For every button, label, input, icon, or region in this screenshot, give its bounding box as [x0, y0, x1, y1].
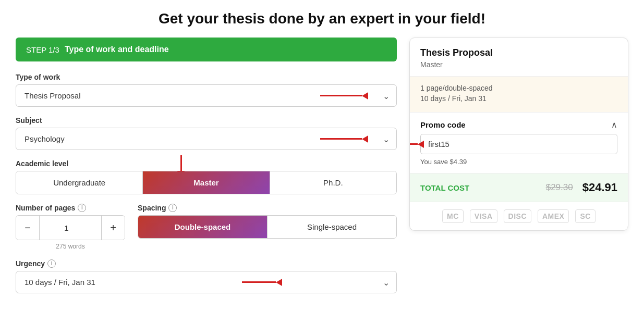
academic-phd-button[interactable]: Ph.D. [270, 171, 396, 194]
spacing-single-button[interactable]: Single-spaced [268, 216, 396, 238]
spacing-double-button[interactable]: Double-spaced [138, 216, 268, 238]
pages-label: Number of pages i [16, 204, 125, 212]
spacing-buttons: Double-spaced Single-spaced [138, 215, 397, 239]
subject-group: Subject Psychology ⌄ [16, 116, 397, 150]
academic-level-label: Academic level [16, 159, 397, 168]
old-price: $29.30 [546, 182, 573, 193]
promo-header: Promo code ∧ [420, 120, 617, 130]
step-number: STEP 1/3 [26, 45, 59, 54]
sc-icon: SC [575, 209, 595, 223]
urgency-select-wrapper: 10 days / Fri, Jan 31 ⌄ [16, 271, 397, 293]
subject-select-wrapper: Psychology ⌄ [16, 128, 397, 150]
new-price: $24.91 [582, 181, 617, 194]
pages-input[interactable] [39, 216, 102, 240]
amex-icon: AMEX [538, 209, 569, 223]
total-label: TOTAL COST [420, 183, 541, 192]
summary-subtitle: Master [420, 60, 617, 69]
pages-decrement-button[interactable]: − [16, 216, 39, 240]
urgency-label: Urgency i [16, 259, 397, 268]
urgency-info-icon[interactable]: i [47, 259, 56, 268]
step-label: Type of work and deadline [65, 45, 169, 54]
pages-section: Number of pages i − + 275 words [16, 204, 125, 250]
summary-title: Thesis Proposal [420, 47, 617, 58]
pages-info-icon[interactable]: i [78, 204, 86, 212]
mastercard-icon: MC [442, 209, 464, 223]
spacing-label: Spacing i [138, 204, 397, 212]
urgency-select[interactable]: 10 days / Fri, Jan 31 [16, 271, 397, 293]
pages-controls: − + [16, 215, 125, 240]
payment-icons: MC VISA DISC AMEX SC [410, 202, 628, 230]
type-of-work-select[interactable]: Thesis Proposal [16, 84, 397, 107]
left-panel: STEP 1/3 Type of work and deadline Type … [16, 38, 397, 303]
type-of-work-label: Type of work [16, 73, 397, 81]
step-bar: STEP 1/3 Type of work and deadline [16, 38, 397, 61]
discover-icon: DISC [504, 209, 531, 223]
pages-words: 275 words [16, 243, 125, 250]
spacing-section: Spacing i Double-spaced Single-spaced [138, 204, 397, 239]
summary-detail-pages: 1 page/double-spaced [420, 84, 617, 92]
pages-increment-button[interactable]: + [102, 216, 125, 240]
promo-section: Promo code ∧ You save $4.39 [410, 113, 628, 173]
pages-spacing-row: Number of pages i − + 275 words Spacing … [16, 204, 397, 250]
academic-undergraduate-button[interactable]: Undergraduate [16, 171, 143, 194]
right-panel: Thesis Proposal Master 1 page/double-spa… [409, 38, 628, 231]
urgency-group: Urgency i 10 days / Fri, Jan 31 ⌄ [16, 259, 397, 293]
you-save-text: You save $4.39 [420, 158, 617, 166]
academic-level-group: Academic level Undergraduate Master Ph.D… [16, 159, 397, 194]
summary-top: Thesis Proposal Master [410, 38, 628, 77]
visa-icon: VISA [470, 209, 497, 223]
promo-input-container [420, 134, 617, 154]
summary-detail-deadline: 10 days / Fri, Jan 31 [420, 94, 617, 103]
spacing-info-icon[interactable]: i [168, 204, 177, 212]
academic-buttons: Undergraduate Master Ph.D. [16, 171, 397, 194]
subject-select[interactable]: Psychology [16, 128, 397, 150]
total-section: TOTAL COST $29.30 $24.91 [410, 173, 628, 202]
summary-details: 1 page/double-spaced 10 days / Fri, Jan … [410, 77, 628, 113]
subject-label: Subject [16, 116, 397, 125]
type-of-work-group: Type of work Thesis Proposal ⌄ [16, 73, 397, 107]
type-of-work-select-wrapper: Thesis Proposal ⌄ [16, 84, 397, 107]
promo-input[interactable] [420, 134, 617, 154]
promo-chevron-icon: ∧ [611, 120, 617, 130]
main-layout: STEP 1/3 Type of work and deadline Type … [16, 38, 628, 303]
academic-master-button[interactable]: Master [143, 171, 270, 194]
promo-label: Promo code [420, 120, 466, 129]
page-title: Get your thesis done by an expert in you… [16, 10, 628, 27]
